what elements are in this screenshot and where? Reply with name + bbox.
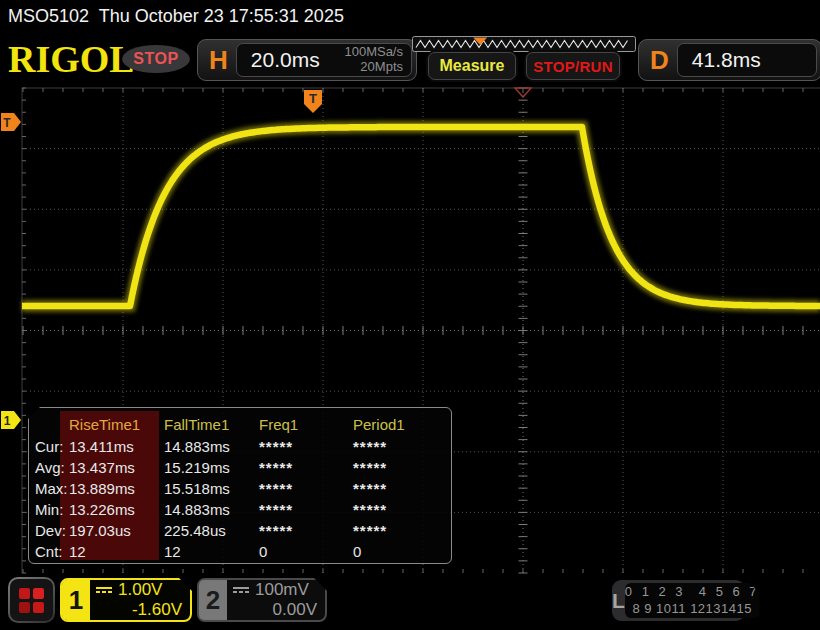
waveform-overview-bar[interactable] (412, 36, 636, 52)
titlebar: MSO5102 Thu October 23 17:55:31 2025 (0, 0, 820, 33)
measurement-value: 15.219ms (164, 459, 230, 476)
measurement-value: 13.889ms (69, 480, 135, 497)
measurement-value: ***** (353, 501, 387, 518)
measurement-column-header[interactable]: Freq1 (259, 416, 298, 433)
measurement-column-header[interactable]: Period1 (353, 416, 405, 433)
measurement-value: ***** (259, 501, 293, 518)
measurement-value: ***** (259, 522, 293, 539)
channel-2-offset: 0.00V (233, 600, 317, 620)
channel-1-badge[interactable]: 1 1.00V -1.60V (60, 578, 192, 622)
channel-1-scale: 1.00V (118, 580, 162, 600)
delay-box[interactable]: D 41.8ms (638, 39, 820, 81)
measurement-panel: RiseTime1FallTime1Freq1Period1Cur:13.411… (28, 407, 452, 564)
measurement-row-label: Avg: (35, 459, 65, 476)
channel-1-offset: -1.60V (96, 600, 182, 620)
dc-coupling-icon (233, 587, 249, 593)
measurement-value: 12 (69, 543, 86, 560)
ch1-waveform-trace (22, 127, 820, 306)
channel-2-number: 2 (199, 580, 227, 620)
measurement-value: ***** (259, 459, 293, 476)
grid-squares-icon (10, 579, 53, 621)
measurement-row-label: Max: (35, 480, 68, 497)
timebase-value: 20.0ms (237, 48, 320, 72)
measurement-row-label: Min: (35, 501, 63, 518)
horizontal-timebase-box[interactable]: H 20.0ms 100MSa/s 20Mpts (197, 39, 417, 81)
measurement-value: 13.437ms (69, 459, 135, 476)
measurement-value: 14.883ms (164, 438, 230, 455)
svg-text:T: T (309, 91, 317, 106)
trigger-level-marker[interactable]: T (1, 113, 21, 131)
waveform-glow (22, 127, 820, 306)
measurement-value: ***** (353, 438, 387, 455)
delay-inner-box: 41.8ms (677, 43, 817, 77)
measurement-value: ***** (353, 480, 387, 497)
measurement-value: 13.226ms (69, 501, 135, 518)
stop-run-button[interactable]: STOP/RUN (526, 52, 620, 80)
overview-frame (413, 37, 636, 52)
run-state-badge: STOP (122, 45, 190, 73)
memory-depth: 20Mpts (344, 60, 403, 75)
measurement-column-header[interactable]: FallTime1 (164, 416, 229, 433)
d-label: D (650, 45, 669, 76)
dc-coupling-icon (96, 587, 112, 593)
logic-label: L (612, 589, 625, 613)
delay-position-marker[interactable] (515, 88, 531, 97)
logic-channels-badge[interactable]: L 0 1 2 3 4 5 6 7 8 9 1011 12131415 (612, 580, 745, 621)
oscilloscope-screen: TT1 MSO5102 Thu October 23 17:55:31 2025… (0, 0, 820, 630)
acquisition-info: 100MSa/s 20Mpts (344, 45, 411, 75)
measurement-value: ***** (353, 459, 387, 476)
model-and-datetime: MSO5102 Thu October 23 17:55:31 2025 (8, 6, 344, 27)
measurement-value: 14.883ms (164, 501, 230, 518)
sample-rate: 100MSa/s (344, 45, 403, 60)
measurement-value: ***** (259, 438, 293, 455)
rigol-logo: RIGOL (8, 40, 135, 78)
delay-value: 41.8ms (678, 48, 761, 72)
timebase-inner-box: 20.0ms 100MSa/s 20Mpts (236, 43, 412, 77)
channel-2-scale: 100mV (255, 580, 309, 600)
h-label: H (209, 45, 228, 76)
measurement-column-header[interactable]: RiseTime1 (69, 416, 140, 433)
measurement-value: ***** (259, 480, 293, 497)
measurement-value: 15.518ms (164, 480, 230, 497)
logic-channel-list: 0 1 2 3 4 5 6 7 8 9 1011 12131415 (625, 583, 760, 618)
svg-text:1: 1 (4, 414, 11, 428)
measure-button[interactable]: Measure (428, 52, 516, 80)
channel-1-ground-marker[interactable]: 1 (1, 411, 21, 429)
channel-1-number: 1 (62, 580, 90, 620)
measurement-row-label: Cur: (35, 438, 63, 455)
logic-row-0-7: 0 1 2 3 4 5 6 7 (625, 584, 760, 600)
quick-menu-button[interactable] (8, 577, 55, 623)
logic-row-8-15: 8 9 1011 12131415 (632, 601, 752, 617)
measurement-value: ***** (353, 522, 387, 539)
measurement-value: 0 (259, 543, 267, 560)
svg-text:T: T (3, 116, 11, 130)
measurement-row-label: Dev: (35, 522, 66, 539)
channel-2-badge[interactable]: 2 100mV 0.00V (197, 578, 327, 622)
measurement-value: 12 (164, 543, 181, 560)
measurement-value: 0 (353, 543, 361, 560)
measurement-row-label: Cnt: (35, 543, 63, 560)
trigger-position-marker[interactable]: T (304, 90, 322, 113)
measurement-value: 225.48us (164, 522, 226, 539)
measurement-value: 197.03us (69, 522, 131, 539)
measurement-value: 13.411ms (69, 438, 134, 455)
